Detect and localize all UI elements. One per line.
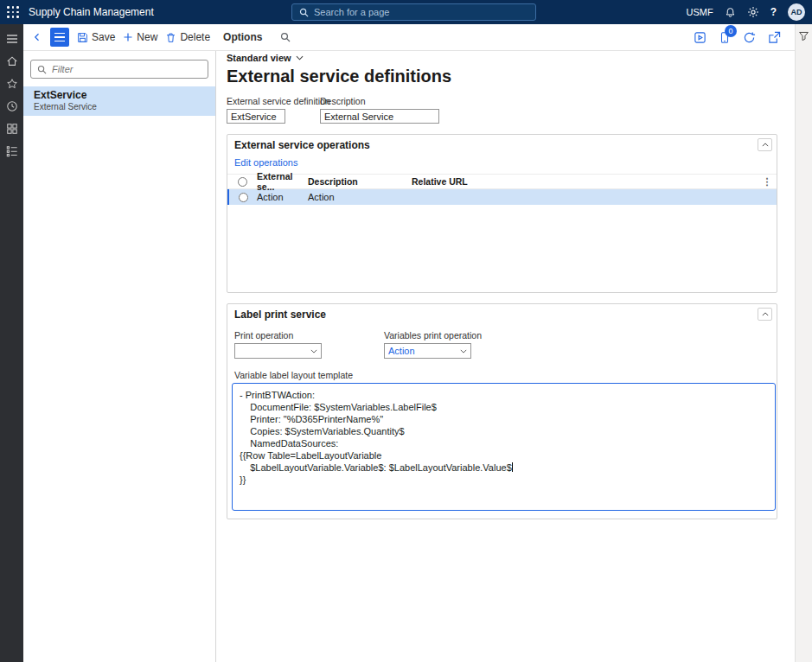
print-operation-dropdown[interactable] [234, 343, 322, 359]
field-variables-print-operation: Variables print operation Action [384, 330, 534, 359]
field-description: Description [320, 96, 439, 124]
variable-label-layout-template-textarea[interactable]: - PrintBTWAction: DocumentFile: $SystemV… [232, 383, 776, 511]
field-label: Print operation [234, 330, 384, 341]
template-text: - PrintBTWAction: DocumentFile: $SystemV… [240, 390, 512, 473]
search-icon [299, 8, 309, 17]
company-picker[interactable]: USMF [686, 7, 713, 17]
delete-label: Delete [180, 31, 210, 43]
topbar-right: USMF ? AD [686, 0, 805, 24]
section-header[interactable]: External service operations [227, 135, 777, 153]
filter-funnel-icon[interactable] [798, 30, 809, 662]
grid-header: External se... Description Relative URL … [227, 174, 777, 189]
section-title: External service operations [234, 139, 370, 151]
dropdown-value: Action [388, 346, 415, 356]
cell-description: Action [308, 192, 412, 202]
view-selector[interactable]: Standard view [227, 53, 304, 63]
column-header-name[interactable]: External se... [257, 171, 308, 192]
chevron-down-icon [310, 349, 317, 353]
collapse-button[interactable] [758, 308, 772, 321]
list-filter-input[interactable] [52, 64, 203, 74]
list-item-title: ExtService [34, 89, 215, 101]
new-button[interactable]: New [123, 31, 157, 43]
list-filter-box[interactable] [30, 60, 208, 79]
print-operation-fields: Print operation Variables print operatio… [234, 330, 777, 359]
back-button[interactable] [32, 32, 42, 42]
menu-icon[interactable] [4, 31, 20, 47]
template-label: Variable label layout template [234, 370, 777, 380]
page-title: External service definitions [227, 67, 777, 86]
favorites-star-icon[interactable] [4, 76, 20, 92]
help-icon[interactable]: ? [770, 6, 777, 18]
column-header-description[interactable]: Description [308, 176, 412, 187]
section-header[interactable]: Label print service [227, 304, 777, 322]
chevron-down-icon [296, 55, 304, 60]
recent-clock-icon[interactable] [4, 99, 20, 114]
section-label-print-service: Label print service Print operation Vari… [227, 303, 777, 519]
gear-icon[interactable] [747, 6, 759, 18]
view-selector-label: Standard view [227, 53, 291, 63]
task-recorder-icon[interactable] [694, 31, 707, 44]
main-content: Standard view External service definitio… [227, 53, 777, 519]
field-print-operation: Print operation [234, 330, 384, 359]
home-icon[interactable] [4, 54, 20, 69]
app-title[interactable]: Supply Chain Management [29, 6, 154, 18]
description-input[interactable] [320, 109, 439, 124]
save-label: Save [92, 31, 115, 43]
column-header-relative-url[interactable]: Relative URL [412, 176, 758, 187]
filter-search-icon [37, 65, 47, 74]
chevron-down-icon [460, 349, 467, 353]
section-external-service-operations: External service operations Edit operati… [227, 134, 777, 293]
new-label: New [137, 31, 157, 43]
save-button[interactable]: Save [77, 31, 115, 43]
mobile-app-icon[interactable]: 0 [719, 31, 731, 44]
save-icon [77, 32, 88, 43]
grid-row[interactable]: Action Action [227, 189, 777, 205]
template-text: }} [240, 474, 246, 485]
field-label: Description [320, 96, 439, 106]
select-all-radio[interactable] [238, 177, 247, 187]
notification-badge[interactable]: 0 [725, 25, 737, 37]
delete-button[interactable]: Delete [165, 31, 210, 43]
bell-icon[interactable] [725, 7, 736, 18]
grid-options-icon[interactable]: ⋮ [758, 176, 777, 188]
plus-icon [123, 32, 133, 42]
external-service-definition-input[interactable] [227, 109, 285, 124]
action-pane-right: 0 [694, 24, 781, 51]
action-search-icon[interactable] [280, 32, 291, 42]
list-item[interactable]: ExtService External Service [23, 86, 215, 116]
app-launcher-icon[interactable] [7, 6, 19, 18]
open-in-new-window-icon[interactable] [768, 31, 781, 44]
field-label: External service definition [227, 96, 320, 106]
action-pane: Save New Delete Options [23, 24, 795, 51]
avatar[interactable]: AD [788, 3, 805, 21]
field-external-service-definition: External service definition [227, 96, 320, 124]
section-title: Label print service [234, 309, 326, 321]
trash-icon [165, 32, 176, 43]
list-item-subtitle: External Service [34, 102, 215, 111]
record-list-panel: ExtService External Service [23, 51, 216, 662]
workspaces-list-icon[interactable] [4, 143, 20, 159]
right-sidebar-strip [795, 24, 812, 662]
modules-icon[interactable] [4, 121, 20, 137]
topbar-search[interactable] [291, 3, 536, 21]
header-fields: External service definition Description [227, 96, 777, 124]
nav-rail [0, 24, 23, 662]
nav-pane-toggle-button[interactable] [50, 28, 69, 47]
topbar: Supply Chain Management USMF ? AD [0, 0, 812, 24]
tab-options[interactable]: Options [223, 31, 262, 43]
refresh-icon[interactable] [743, 31, 756, 44]
action-pane-left: Save New Delete Options [23, 28, 291, 47]
edit-operations-link[interactable]: Edit operations [234, 157, 297, 168]
search-input[interactable] [314, 7, 521, 17]
row-select-radio[interactable] [239, 193, 248, 202]
variables-print-operation-dropdown[interactable]: Action [384, 343, 471, 359]
field-label: Variables print operation [384, 330, 534, 341]
collapse-button[interactable] [758, 138, 772, 151]
text-cursor [512, 462, 514, 472]
cell-name: Action [257, 192, 308, 202]
grid-empty-space [227, 205, 777, 292]
